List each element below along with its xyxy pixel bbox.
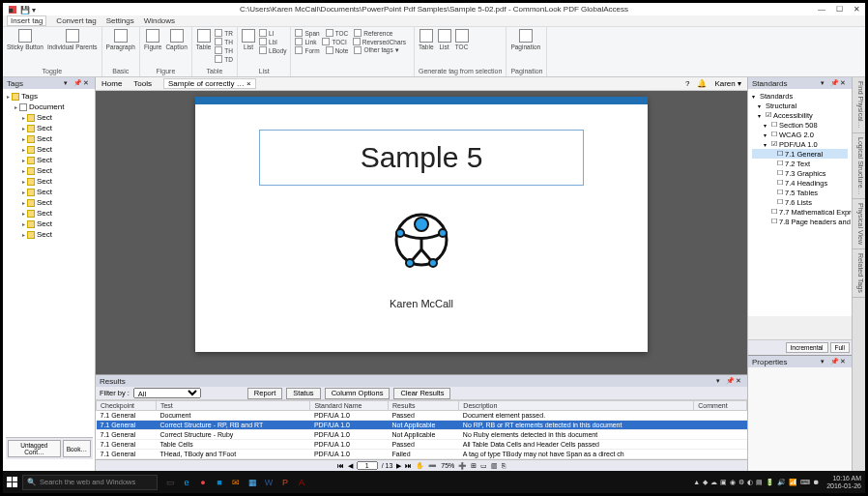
prev-page-icon[interactable]: ◀ — [348, 462, 353, 470]
ribbon-button[interactable]: Figure — [144, 29, 161, 50]
user-menu[interactable]: Karen ▾ — [714, 79, 741, 88]
taskbar-app-icon[interactable]: A — [295, 476, 308, 489]
hand-tool-icon[interactable]: ✋ — [416, 462, 424, 470]
panel-close-icon[interactable]: ✕ — [736, 377, 743, 385]
ribbon-button[interactable]: Pagination — [510, 29, 540, 50]
bookmarks-button[interactable]: Book… — [63, 440, 91, 457]
notification-icon[interactable]: 🔔 — [697, 79, 707, 88]
start-button[interactable] — [3, 473, 22, 492]
taskbar-search[interactable]: 🔍 Search the web and Windows — [22, 475, 158, 490]
ribbon-small-button[interactable]: LI — [259, 29, 286, 37]
tool-icon[interactable]: ⎘ — [502, 462, 506, 469]
maximize-button[interactable]: ☐ — [830, 4, 848, 15]
tray-icon[interactable]: ◐ — [747, 479, 753, 486]
table-row[interactable]: 7.1 GeneralCorrect Structure - RubyPDF/U… — [97, 430, 747, 440]
pin-icon[interactable]: ▾ — [64, 79, 72, 87]
ribbon-button[interactable]: Caption — [165, 29, 187, 50]
column-header[interactable]: Comment — [694, 401, 747, 411]
side-tab[interactable]: Find Physical… — [853, 77, 865, 133]
standards-tree[interactable]: ▾Standards▾Structural▾☑Accessibility▾☐Se… — [748, 89, 852, 316]
ribbon-small-button[interactable]: Other tags ▾ — [354, 46, 398, 54]
tree-node[interactable]: ▸Sect — [7, 229, 91, 240]
standards-node[interactable]: ☐7.8 Page headers and foote — [752, 217, 848, 226]
standards-node[interactable]: ☐7.6 Lists — [752, 197, 848, 207]
column-header[interactable]: Checkpoint — [97, 401, 157, 411]
table-row[interactable]: 7.1 GeneralTable CellsPDF/UA 1.0PassedAl… — [97, 440, 747, 450]
taskbar-app-icon[interactable]: ● — [196, 476, 210, 489]
qat-icon[interactable]: ■ — [9, 6, 16, 14]
tree-node[interactable]: ▸Sect — [7, 155, 91, 165]
tray-icon[interactable]: ⏺ — [813, 479, 820, 485]
ribbon-button[interactable]: Table — [196, 29, 212, 50]
tab-tools[interactable]: Tools — [133, 79, 152, 88]
taskbar-app-icon[interactable]: W — [262, 476, 275, 489]
tree-node[interactable]: ▸Sect — [7, 144, 91, 155]
ribbon-small-button[interactable]: Lbl — [259, 38, 286, 45]
qat-dropdown-icon[interactable]: ▾ — [32, 6, 40, 14]
side-tab[interactable]: Physical View — [853, 199, 865, 249]
fit-icon[interactable]: ⊞ — [471, 462, 477, 470]
tree-node[interactable]: ▸Sect — [7, 187, 91, 197]
tray-icon[interactable]: ◆ — [703, 479, 708, 486]
column-options-button[interactable]: Column Options — [325, 388, 391, 399]
ribbon-small-button[interactable]: Link — [295, 38, 316, 45]
last-page-icon[interactable]: ⏭ — [405, 462, 412, 469]
minimize-button[interactable]: — — [813, 4, 830, 15]
standards-node[interactable]: ▾Structural — [752, 101, 848, 110]
side-tab[interactable]: Logical Structure… — [853, 133, 865, 200]
tree-node[interactable]: ▸Tags — [7, 91, 91, 102]
standards-node[interactable]: ▾☑PDF/UA 1.0 — [752, 139, 848, 149]
results-grid[interactable]: CheckpointTestStandard NameResultsDescri… — [96, 400, 747, 459]
tool-icon[interactable]: ▥ — [491, 462, 498, 470]
taskbar-app-icon[interactable]: P — [278, 476, 292, 489]
pin-icon[interactable]: 📌 — [726, 377, 734, 385]
tray-icon[interactable]: ▲ — [693, 479, 700, 485]
ribbon-button[interactable]: TOC — [455, 29, 469, 50]
help-icon[interactable]: ? — [685, 79, 689, 88]
taskbar-clock[interactable]: 10:16 AM2016-01-26 — [823, 475, 861, 490]
standards-node[interactable]: ☐7.5 Tables — [752, 188, 848, 197]
tray-icon[interactable]: 🔋 — [766, 479, 774, 486]
column-header[interactable]: Test — [156, 401, 309, 411]
standards-node[interactable]: ☐7.2 Text — [752, 159, 848, 168]
filter-select[interactable]: All — [133, 388, 201, 398]
report-button[interactable]: Report — [247, 388, 283, 399]
tree-node[interactable]: ▸Sect — [7, 123, 91, 133]
standards-node[interactable]: ▾☐Section 508 — [752, 120, 848, 130]
ribbon-small-button[interactable]: TR — [215, 29, 233, 37]
tray-icon[interactable]: 📶 — [789, 479, 797, 486]
menu-item[interactable]: Convert tag — [56, 16, 96, 25]
ribbon-small-button[interactable]: TH — [215, 46, 233, 54]
table-row[interactable]: 7.1 GeneralCorrect Structure - RP, RB an… — [97, 421, 747, 430]
qat-save-icon[interactable]: 💾 — [20, 6, 28, 14]
panel-close-icon[interactable]: ✕ — [83, 79, 91, 87]
standards-node[interactable]: ☐7.7 Mathematical Expressio — [752, 207, 848, 217]
document-viewport[interactable]: Sample 5 Ka — [96, 91, 747, 374]
pin-icon[interactable]: ▾ — [821, 79, 828, 87]
tree-node[interactable]: ▸Sect — [7, 112, 91, 123]
tree-node[interactable]: ▸Sect — [7, 165, 91, 176]
ribbon-small-button[interactable]: Reference — [354, 29, 392, 37]
menu-item[interactable]: Insert tag — [7, 15, 46, 26]
tray-icon[interactable]: ⌨ — [800, 479, 810, 486]
standards-node[interactable]: ☐7.1 General — [752, 149, 848, 159]
menu-item[interactable]: Windows — [144, 16, 175, 25]
pin-icon[interactable]: ▾ — [821, 358, 828, 365]
ribbon-small-button[interactable]: TD — [215, 55, 233, 63]
ribbon-button[interactable]: Paragraph — [106, 29, 135, 50]
pin-icon[interactable]: 📌 — [73, 79, 81, 87]
column-header[interactable]: Standard Name — [310, 401, 389, 411]
ribbon-button[interactable]: Sticky Button — [7, 29, 43, 50]
tree-node[interactable]: ▸Sect — [7, 208, 91, 219]
standards-node[interactable]: ☐7.4 Headings — [752, 178, 848, 188]
next-page-icon[interactable]: ▶ — [396, 462, 401, 470]
close-button[interactable]: ✕ — [848, 4, 865, 15]
pin-icon[interactable]: 📌 — [830, 358, 838, 365]
table-row[interactable]: 7.1 GeneralDocumentPDF/UA 1.0PassedDocum… — [97, 411, 747, 421]
taskbar-app-icon[interactable]: ▦ — [246, 476, 259, 489]
untagged-content-button[interactable]: Untagged Cont… — [8, 440, 61, 457]
ribbon-button[interactable]: Table — [419, 29, 434, 50]
tags-tree[interactable]: ▸Tags▸Document▸Sect▸Sect▸Sect▸Sect▸Sect▸… — [3, 89, 95, 471]
tab-home[interactable]: Home — [101, 79, 122, 88]
standards-node[interactable]: ▾Standards — [752, 91, 848, 101]
